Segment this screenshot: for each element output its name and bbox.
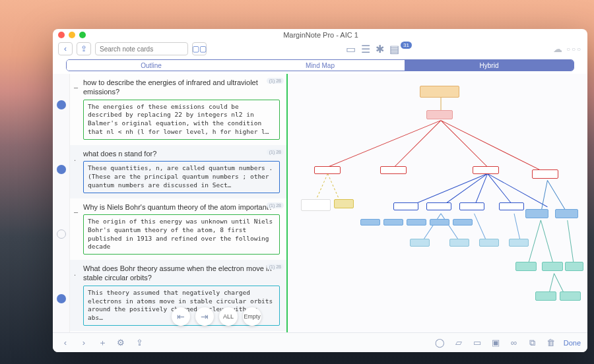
mm-node[interactable] <box>453 219 473 226</box>
view-tabs: Outline Mind Map Hybrid <box>66 59 574 71</box>
mm-node[interactable] <box>499 202 524 210</box>
mm-node[interactable] <box>459 202 484 210</box>
card-note: These quantities, n, are called quantum … <box>83 161 280 193</box>
close-traffic-light[interactable] <box>58 32 65 38</box>
tab-outline[interactable]: Outline <box>67 60 236 71</box>
mm-node[interactable] <box>555 209 578 218</box>
mm-node[interactable] <box>542 262 563 271</box>
mm-node[interactable] <box>449 239 469 247</box>
mm-node[interactable] <box>473 166 499 174</box>
collapse-toggle[interactable]: . <box>74 154 76 162</box>
search-input[interactable] <box>95 42 188 55</box>
mm-node[interactable] <box>525 209 548 218</box>
page-badge: (1) 28 <box>267 78 284 84</box>
app-window: MarginNote Pro - AIC 1 ‹ ⇪ ▢▢ ▭ ☰ ✱ ▤ 31… <box>53 29 587 352</box>
card-question: what does n stand for? <box>83 149 280 158</box>
mindmap-panel[interactable] <box>288 74 587 332</box>
review-icon[interactable]: ▤ <box>389 43 401 55</box>
chevron-left-icon[interactable]: ‹ <box>59 337 71 349</box>
mm-node[interactable] <box>407 219 426 226</box>
note-card[interactable]: . (1) 28 what does n stand for? These qu… <box>70 145 286 198</box>
cloud-sync-icon[interactable]: ☁ <box>553 44 562 54</box>
mm-node[interactable] <box>426 110 453 119</box>
card-note: The energies of these emissions could be… <box>83 100 280 140</box>
mm-node[interactable] <box>301 199 331 211</box>
outdent-button[interactable]: ⇤ <box>172 307 190 326</box>
book-view-button[interactable]: ▢▢ <box>192 42 207 55</box>
settings-icon[interactable]: ⚙ <box>115 337 127 349</box>
floating-action-bar: ⇤ ⇥ ALL Empty <box>172 307 261 326</box>
group-icon[interactable]: ▣ <box>490 337 502 349</box>
titlebar: MarginNote Pro - AIC 1 <box>53 29 587 41</box>
page-badge: (1) 28 <box>267 264 284 270</box>
mm-node[interactable] <box>314 166 341 174</box>
rail-marker[interactable] <box>57 165 66 174</box>
mm-node[interactable] <box>479 239 499 247</box>
link-icon[interactable]: ∞ <box>508 337 520 349</box>
minimize-traffic-light[interactable] <box>69 32 75 38</box>
mm-node[interactable] <box>565 262 583 271</box>
mm-node[interactable] <box>410 239 430 247</box>
rail-marker[interactable] <box>57 100 66 109</box>
done-button[interactable]: Done <box>564 339 581 347</box>
cards-icon[interactable]: ☰ <box>360 43 372 55</box>
copy-icon[interactable]: ⧉ <box>527 337 539 349</box>
window-title: MarginNote Pro - AIC 1 <box>90 31 552 39</box>
page-badge: (1) 28 <box>267 149 284 155</box>
mm-node[interactable] <box>535 291 556 301</box>
mm-node[interactable] <box>515 262 537 271</box>
tag-icon[interactable]: ▱ <box>453 337 465 349</box>
mm-node[interactable] <box>509 239 529 247</box>
mm-node[interactable] <box>426 202 451 210</box>
tab-hybrid[interactable]: Hybrid <box>405 60 574 71</box>
tab-mindmap[interactable]: Mind Map <box>236 60 405 71</box>
mm-node[interactable] <box>360 219 380 226</box>
more-menu-icon[interactable]: ○○○ <box>566 46 582 53</box>
rail-marker[interactable] <box>57 229 66 239</box>
filter-empty-button[interactable]: Empty <box>243 307 261 326</box>
mm-node[interactable] <box>380 166 407 174</box>
share-button[interactable]: ⇪ <box>77 42 91 55</box>
collapse-toggle[interactable]: . <box>74 269 76 277</box>
outline-panel: – (1) 28 how to describe the energies of… <box>70 74 288 332</box>
card-question: What does Bohr theory assume when the el… <box>83 264 280 283</box>
bottom-toolbar: ‹ › ＋ ⚙ ⇪ ◯ ▱ ▭ ▣ ∞ ⧉ 🗑 Done <box>53 332 587 352</box>
globe-icon[interactable]: ◯ <box>434 337 446 349</box>
trash-icon[interactable]: 🗑 <box>545 337 557 349</box>
card-note: The origin of this energy was unknown un… <box>83 214 280 255</box>
mm-node[interactable] <box>532 169 558 179</box>
page-badge: (1) 28 <box>267 202 284 208</box>
filter-all-button[interactable]: ALL <box>219 307 238 326</box>
zoom-traffic-light[interactable] <box>79 32 86 38</box>
export-icon[interactable]: ⇪ <box>133 337 145 349</box>
card-question: Why is Niels Bohr's quantum theory of th… <box>83 202 280 212</box>
chevron-right-icon[interactable]: › <box>78 337 90 349</box>
mm-node[interactable] <box>430 219 449 226</box>
add-button[interactable]: ＋ <box>96 337 108 349</box>
mindmap-icon[interactable]: ✱ <box>374 43 386 55</box>
card-question: how to describe the energies of infrared… <box>83 78 280 97</box>
card-icon[interactable]: ▭ <box>471 337 483 349</box>
rail-marker[interactable] <box>57 294 66 303</box>
review-count-badge: 31 <box>401 42 412 49</box>
collapse-toggle[interactable]: – <box>74 208 78 216</box>
indent-button[interactable]: ⇥ <box>195 307 214 326</box>
back-button[interactable]: ‹ <box>58 42 73 55</box>
mm-node-root[interactable] <box>420 86 459 98</box>
mm-node[interactable] <box>393 202 418 210</box>
document-icon[interactable]: ▭ <box>345 43 357 55</box>
collapse-toggle[interactable]: – <box>74 83 78 91</box>
note-card[interactable]: – (1) 28 Why is Niels Bohr's quantum the… <box>70 198 286 260</box>
mm-node[interactable] <box>334 199 354 208</box>
mm-node[interactable] <box>383 219 403 226</box>
note-card[interactable]: – (1) 28 how to describe the energies of… <box>70 74 286 145</box>
selection-rail <box>53 74 70 332</box>
mm-node[interactable] <box>560 291 581 301</box>
toolbar: ‹ ⇪ ▢▢ ▭ ☰ ✱ ▤ 31 ☁ ○○○ <box>53 41 587 59</box>
